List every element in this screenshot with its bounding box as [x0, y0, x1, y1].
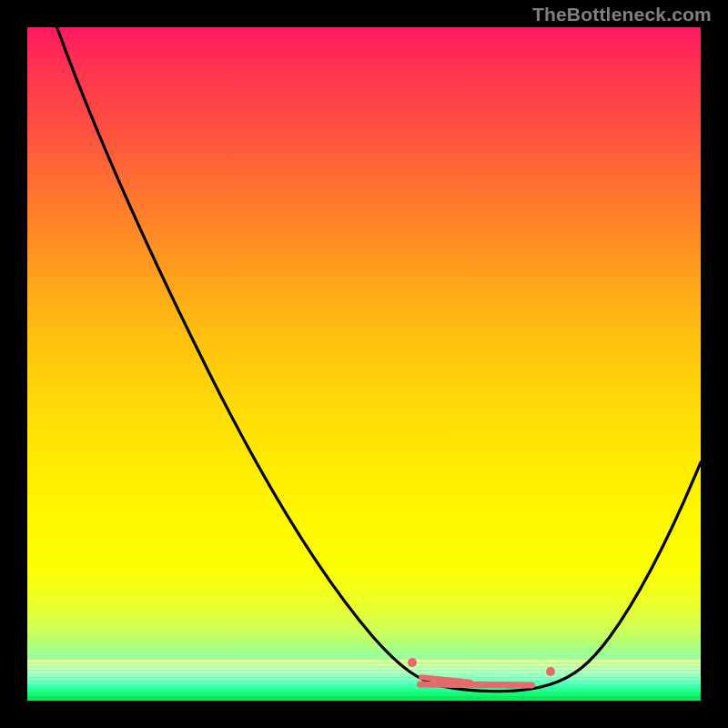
chart-frame: TheBottleneck.com — [0, 0, 728, 728]
watermark-link[interactable]: TheBottleneck.com — [532, 4, 712, 25]
highlight-segment — [417, 681, 535, 688]
bottleneck-curve — [27, 27, 701, 701]
highlight-dot-right — [546, 667, 555, 676]
plot-area — [27, 27, 701, 701]
watermark[interactable]: TheBottleneck.com — [532, 4, 712, 25]
highlight-dot-left — [408, 658, 417, 667]
